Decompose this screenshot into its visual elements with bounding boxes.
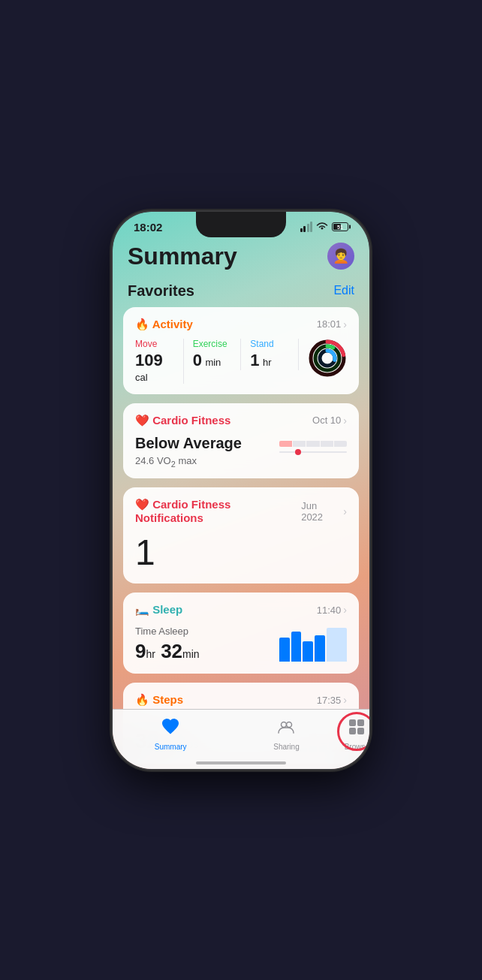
move-value: 109 (135, 351, 163, 369)
sharing-label: Sharing (273, 743, 299, 751)
activity-time: 18:01 › (317, 318, 347, 330)
favorites-header: Favorites Edit (113, 279, 369, 307)
tab-browse[interactable]: Browse (345, 718, 369, 751)
cardio-bar-container (279, 441, 347, 454)
exercise-value: 0 (193, 351, 202, 369)
tab-sharing[interactable]: Sharing (228, 718, 344, 751)
home-indicator (196, 761, 286, 764)
steps-chevron: › (343, 694, 347, 706)
cardio-dot (295, 449, 301, 455)
move-stat: Move 109 cal (135, 339, 184, 384)
cardio-fitness-card[interactable]: ❤️ Cardio Fitness Oct 10 › Below Average… (123, 403, 359, 479)
cardio-value: 24.6 VO2 max (135, 455, 242, 469)
sleep-time: 11:40 › (317, 604, 347, 616)
svg-rect-11 (357, 728, 364, 734)
sleep-title: 🛏️ Sleep (135, 603, 182, 617)
sleep-value: 9hr 32min (135, 640, 200, 663)
stand-unit: hr (263, 357, 272, 368)
stand-label: Stand (250, 339, 289, 349)
browse-icon (348, 718, 366, 740)
heart-icon: ❤️ (135, 414, 149, 427)
flame-icon: 🔥 (135, 318, 149, 330)
cardio-fitness-date: Oct 10 › (312, 415, 347, 427)
cardio-notifications-card[interactable]: ❤️ Cardio Fitness Notifications Jun 2022… (123, 487, 359, 583)
cardio-fitness-title: ❤️ Cardio Fitness (135, 414, 230, 427)
sleep-left: Time Asleep 9hr 32min (135, 626, 200, 663)
activity-card[interactable]: 🔥 Activity 18:01 › Move 109 cal (123, 307, 359, 394)
favorites-label: Favorites (128, 282, 194, 300)
steps-header: 🔥 Steps 17:35 › (135, 693, 347, 707)
battery-icon: 51 (332, 222, 348, 231)
activity-card-header: 🔥 Activity 18:01 › (135, 318, 347, 331)
scroll-content[interactable]: Summary 🧑‍🦱 Favorites Edit 🔥 Activity (113, 237, 369, 769)
notch (196, 212, 286, 237)
cardio-notifications-date: Jun 2022 › (301, 500, 347, 523)
bed-icon: 🛏️ (135, 603, 149, 616)
page-title: Summary (128, 243, 237, 270)
cardio-main: Below Average 24.6 VO2 max (135, 435, 347, 469)
exercise-unit: min (205, 357, 221, 368)
steps-title: 🔥 Steps (135, 693, 183, 707)
exercise-stat: Exercise 0 min (193, 339, 242, 370)
heart-notif-icon: ❤️ (135, 498, 149, 511)
activity-stats: Move 109 cal Exercise 0 min (135, 339, 347, 384)
svg-point-6 (282, 722, 287, 728)
battery-pct: 51 (337, 225, 343, 230)
summary-label: Summary (155, 743, 187, 751)
wifi-icon (316, 222, 328, 233)
move-value-container: 109 cal (135, 351, 174, 384)
sharing-icon (277, 718, 295, 740)
cardio-notifications-title: ❤️ Cardio Fitness Notifications (135, 498, 301, 524)
cardio-notifications-header: ❤️ Cardio Fitness Notifications Jun 2022… (135, 498, 347, 524)
cardio-notifications-chevron: › (343, 505, 347, 517)
sleep-main: Time Asleep 9hr 32min (135, 624, 347, 663)
tab-summary[interactable]: Summary (113, 718, 228, 751)
cardio-status: Below Average (135, 435, 242, 452)
svg-rect-9 (357, 719, 364, 726)
stand-stat: Stand 1 hr (250, 339, 299, 370)
avatar[interactable]: 🧑‍🦱 (327, 243, 354, 270)
move-unit: cal (135, 372, 148, 383)
phone-frame: 18:02 51 (113, 212, 369, 769)
activity-ring (308, 339, 347, 378)
exercise-value-container: 0 min (193, 351, 232, 370)
steps-time: 17:35 › (317, 694, 347, 706)
cardio-fitness-header: ❤️ Cardio Fitness Oct 10 › (135, 414, 347, 427)
cardio-left: Below Average 24.6 VO2 max (135, 435, 242, 469)
svg-rect-8 (349, 719, 356, 726)
stand-value: 1 (250, 351, 259, 369)
activity-chevron: › (343, 318, 347, 330)
sleep-label: Time Asleep (135, 626, 200, 637)
svg-rect-10 (349, 728, 356, 734)
phone-screen: 18:02 51 (113, 212, 369, 769)
sleep-card[interactable]: 🛏️ Sleep 11:40 › Time Asleep 9hr 32min (123, 593, 359, 674)
summary-icon (161, 718, 179, 740)
sleep-chart (279, 624, 347, 662)
browse-label: Browse (345, 743, 369, 751)
tab-bar: Summary Sharing (113, 709, 369, 769)
notification-count: 1 (135, 532, 347, 573)
activity-title: 🔥 Activity (135, 318, 193, 331)
svg-point-7 (287, 722, 292, 728)
status-icons: 51 (300, 222, 349, 233)
status-time: 18:02 (134, 221, 162, 234)
signal-icon (300, 222, 313, 232)
edit-button[interactable]: Edit (333, 284, 354, 297)
sleep-header: 🛏️ Sleep 11:40 › (135, 603, 347, 617)
stand-value-container: 1 hr (250, 351, 289, 370)
steps-flame-icon: 🔥 (135, 693, 149, 706)
cardio-fitness-chevron: › (343, 415, 347, 427)
sleep-chevron: › (343, 604, 347, 616)
move-label: Move (135, 339, 174, 349)
header-area: Summary 🧑‍🦱 (113, 237, 369, 279)
exercise-label: Exercise (193, 339, 232, 349)
cardio-bar-segments (279, 441, 347, 447)
